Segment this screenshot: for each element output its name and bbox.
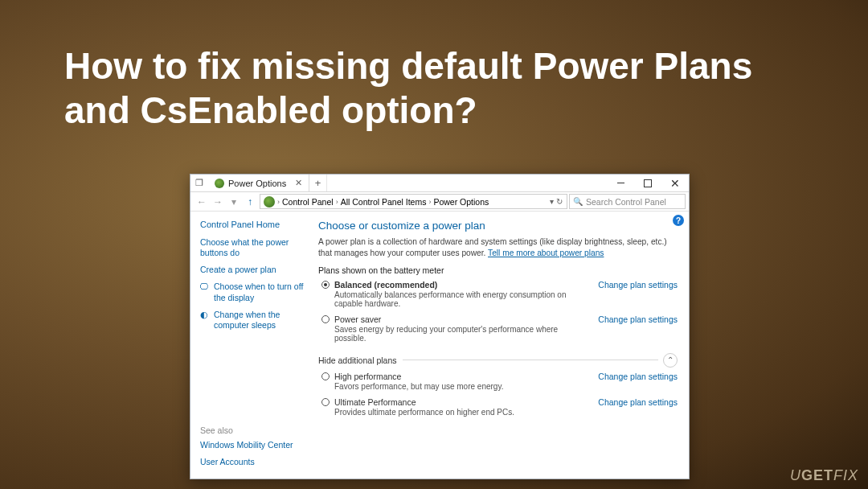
change-plan-settings-link[interactable]: Change plan settings [598, 314, 678, 324]
section-description: A power plan is a collection of hardware… [318, 236, 678, 259]
maximize-button[interactable] [634, 175, 661, 191]
sidebar-link-power-buttons[interactable]: Choose what the power buttons do [200, 237, 309, 258]
hide-additional-label: Hide additional plans [318, 355, 396, 365]
multitask-icon[interactable]: ❐ [190, 175, 208, 191]
plan-desc: Saves energy by reducing your computer's… [334, 325, 592, 343]
page-headline: How to fix missing default Power Plans a… [0, 0, 868, 149]
chevron-up-icon[interactable]: ⌃ [663, 353, 678, 368]
search-input[interactable]: 🔍 Search Control Panel [569, 194, 686, 209]
plan-name: Balanced (recommended) [334, 280, 592, 290]
radio-ultimate-performance[interactable] [321, 398, 330, 406]
plan-balanced[interactable]: Balanced (recommended) Automatically bal… [318, 279, 678, 314]
sidebar: Control Panel Home Choose what the power… [190, 212, 315, 479]
new-tab-button[interactable]: + [309, 175, 327, 191]
plan-power-saver[interactable]: Power saver Saves energy by reducing you… [318, 314, 678, 348]
window-caption-buttons: ✕ [607, 175, 689, 191]
address-bar-row: ← → ▾ ↑ › Control Panel › All Control Pa… [190, 192, 689, 212]
radio-balanced[interactable] [321, 281, 330, 289]
plan-name: High performance [334, 372, 592, 381]
divider-line [403, 360, 658, 360]
plan-name: Power saver [334, 314, 592, 324]
plan-name: Ultimate Performance [334, 397, 592, 407]
power-options-window: ❐ Power Options ✕ + ✕ ← → ▾ ↑ › Control … [190, 174, 690, 479]
plan-desc: Provides ultimate performance on higher … [334, 408, 592, 417]
power-options-icon [215, 179, 224, 188]
close-window-button[interactable]: ✕ [661, 175, 689, 191]
help-icon[interactable]: ? [673, 215, 684, 226]
plan-desc: Favors performance, but may use more ene… [334, 382, 592, 391]
tab-title: Power Options [228, 179, 286, 188]
breadcrumb-item[interactable]: Control Panel [280, 197, 335, 207]
dropdown-icon[interactable]: ▾ [550, 197, 554, 206]
display-icon: 🖵 [200, 281, 210, 302]
change-plan-settings-link[interactable]: Change plan settings [598, 280, 678, 290]
change-plan-settings-link[interactable]: Change plan settings [598, 397, 678, 407]
search-icon: 🔍 [573, 197, 583, 206]
up-button[interactable]: ↑ [242, 194, 258, 210]
see-also-label: See also [200, 425, 309, 435]
section-title: Choose or customize a power plan [318, 220, 678, 232]
titlebar: ❐ Power Options ✕ + ✕ [190, 175, 689, 192]
see-also-accounts[interactable]: User Accounts [200, 457, 309, 467]
chevron-right-icon: › [428, 198, 431, 206]
control-panel-icon [264, 196, 275, 208]
plan-ultimate-performance[interactable]: Ultimate Performance Provides ultimate p… [318, 397, 678, 422]
sidebar-link-sleep[interactable]: ◐Change when the computer sleeps [200, 310, 309, 331]
close-tab-icon[interactable]: ✕ [295, 178, 302, 188]
change-plan-settings-link[interactable]: Change plan settings [598, 372, 678, 381]
history-dropdown[interactable]: ▾ [226, 194, 242, 210]
hide-additional-toggle[interactable]: Hide additional plans ⌃ [318, 353, 678, 368]
breadcrumb-item[interactable]: All Control Panel Items [339, 197, 428, 207]
plan-high-performance[interactable]: High performance Favors performance, but… [318, 371, 678, 397]
back-button[interactable]: ← [194, 194, 210, 210]
radio-high-performance[interactable] [321, 372, 330, 380]
control-panel-home-link[interactable]: Control Panel Home [200, 220, 309, 229]
battery-plans-header: Plans shown on the battery meter [318, 265, 678, 275]
refresh-icon[interactable]: ↻ [556, 197, 563, 206]
radio-power-saver[interactable] [321, 315, 330, 323]
learn-more-link[interactable]: Tell me more about power plans [488, 249, 604, 257]
search-placeholder: Search Control Panel [586, 197, 666, 207]
minimize-button[interactable] [607, 175, 634, 191]
plan-desc: Automatically balances performance with … [334, 290, 592, 308]
see-also-mobility[interactable]: Windows Mobility Center [200, 440, 309, 450]
chevron-right-icon: › [336, 198, 338, 206]
main-content: ? Choose or customize a power plan A pow… [315, 212, 689, 479]
moon-icon: ◐ [200, 310, 210, 331]
forward-button[interactable]: → [210, 194, 226, 210]
breadcrumb-item[interactable]: Power Options [432, 197, 490, 207]
breadcrumb[interactable]: › Control Panel › All Control Panel Item… [260, 194, 567, 209]
sidebar-link-create-plan[interactable]: Create a power plan [200, 265, 309, 275]
sidebar-link-turn-off-display[interactable]: 🖵Choose when to turn off the display [200, 281, 309, 302]
chevron-right-icon: › [277, 198, 280, 206]
watermark: UGETFIX [790, 467, 858, 484]
active-tab[interactable]: Power Options ✕ [208, 175, 309, 191]
